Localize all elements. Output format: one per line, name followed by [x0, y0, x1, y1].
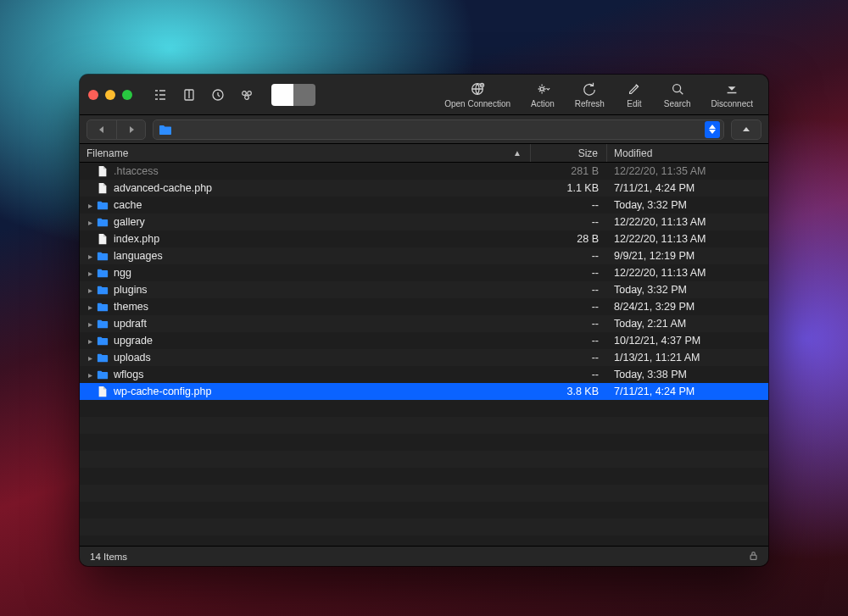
file-icon [95, 182, 110, 194]
table-row [80, 536, 768, 546]
disclosure-triangle-icon[interactable]: ▸ [85, 218, 95, 227]
file-name: advanced-cache.php [110, 182, 212, 194]
file-name: languages [110, 250, 163, 262]
table-row[interactable]: advanced-cache.php1.1 KB7/11/21, 4:24 PM [80, 180, 768, 197]
action-label: Action [531, 99, 555, 108]
file-icon [95, 386, 110, 397]
titlebar: Open Connection Action Refresh Edit Sear… [80, 75, 768, 115]
table-row[interactable]: .htaccess281 B12/22/20, 11:35 AM [80, 163, 768, 180]
svg-point-7 [540, 87, 544, 91]
refresh-button[interactable]: Refresh [568, 80, 611, 108]
table-row[interactable]: wp-cache-config.php3.8 KB7/11/21, 4:24 P… [80, 383, 768, 400]
quicklook-preview[interactable] [271, 84, 315, 106]
disclosure-triangle-icon[interactable]: ▸ [85, 286, 95, 295]
folder-icon [95, 335, 110, 347]
disclosure-triangle-icon[interactable]: ▸ [85, 302, 95, 312]
nav-back-button[interactable] [87, 120, 116, 139]
minimize-window-button[interactable] [105, 90, 115, 100]
lock-icon [749, 551, 758, 563]
file-modified: 1/13/21, 11:21 AM [607, 352, 768, 363]
disclosure-triangle-icon[interactable]: ▸ [85, 269, 95, 278]
navbar [80, 115, 768, 144]
disclosure-triangle-icon[interactable]: ▸ [85, 201, 95, 210]
disclosure-triangle-icon[interactable]: ▸ [85, 336, 95, 346]
table-row [80, 502, 768, 519]
file-size: -- [531, 352, 607, 363]
column-header-filename[interactable]: Filename ▲ [80, 144, 531, 162]
column-modified-label: Modified [614, 147, 652, 159]
file-list[interactable]: .htaccess281 B12/22/20, 11:35 AMadvanced… [80, 163, 768, 546]
table-row [80, 451, 768, 468]
column-header-modified[interactable]: Modified [607, 144, 768, 162]
history-view-icon[interactable] [205, 84, 231, 106]
file-size: 281 B [531, 165, 607, 177]
svg-point-4 [245, 95, 249, 99]
traffic-lights [88, 90, 132, 100]
outline-view-icon[interactable] [148, 84, 173, 106]
zoom-window-button[interactable] [122, 90, 132, 100]
nav-forward-button[interactable] [116, 120, 145, 139]
open-connection-button[interactable]: Open Connection [438, 80, 517, 108]
nav-back-forward [86, 119, 146, 140]
table-row[interactable]: ▸upgrade--10/12/21, 4:37 PM [80, 332, 768, 349]
file-name: plugins [110, 284, 148, 296]
table-row[interactable]: ▸wflogs--Today, 3:38 PM [80, 366, 768, 383]
file-name: upgrade [110, 335, 153, 347]
file-modified: Today, 3:32 PM [607, 284, 768, 296]
search-button[interactable]: Search [657, 80, 698, 108]
path-dropdown[interactable] [153, 119, 724, 140]
path-stepper-icon[interactable] [705, 121, 720, 138]
table-row [80, 417, 768, 434]
file-size: -- [531, 284, 607, 296]
folder-icon [95, 369, 110, 380]
close-window-button[interactable] [88, 90, 98, 100]
column-size-label: Size [578, 147, 598, 159]
table-row[interactable]: ▸updraft--Today, 2:21 AM [80, 315, 768, 332]
file-size: -- [531, 199, 607, 211]
file-modified: 12/22/20, 11:13 AM [607, 216, 768, 228]
bookmarks-view-icon[interactable] [176, 84, 202, 106]
file-modified: 9/9/21, 12:19 PM [607, 250, 768, 262]
folder-icon [95, 216, 110, 228]
disclosure-triangle-icon[interactable]: ▸ [85, 353, 95, 363]
bonjour-view-icon[interactable] [234, 84, 259, 106]
table-row[interactable]: ▸uploads--1/13/21, 11:21 AM [80, 349, 768, 366]
svg-point-8 [672, 85, 680, 92]
action-button[interactable]: Action [524, 80, 561, 108]
file-name: wflogs [110, 369, 143, 380]
file-size: -- [531, 301, 607, 313]
table-row[interactable]: index.php28 B12/22/20, 11:13 AM [80, 230, 768, 247]
svg-rect-9 [750, 555, 756, 559]
view-mode-segment [148, 84, 259, 106]
folder-icon [95, 301, 110, 313]
ftp-window: Open Connection Action Refresh Edit Sear… [80, 75, 768, 566]
table-row[interactable]: ▸cache--Today, 3:32 PM [80, 197, 768, 214]
file-size: -- [531, 250, 607, 262]
table-row[interactable]: ▸ngg--12/22/20, 11:13 AM [80, 264, 768, 281]
disclosure-triangle-icon[interactable]: ▸ [85, 370, 95, 380]
table-row[interactable]: ▸themes--8/24/21, 3:29 PM [80, 298, 768, 315]
file-modified: 12/22/20, 11:13 AM [607, 267, 768, 279]
go-up-button[interactable] [731, 119, 762, 140]
file-size: -- [531, 318, 607, 330]
file-size: 28 B [531, 233, 607, 245]
edit-button[interactable]: Edit [618, 80, 650, 108]
file-modified: 7/11/21, 4:24 PM [607, 386, 768, 397]
column-headers: Filename ▲ Size Modified [80, 144, 768, 163]
disclosure-triangle-icon[interactable]: ▸ [85, 252, 95, 261]
disclosure-triangle-icon[interactable]: ▸ [85, 319, 95, 329]
table-row[interactable]: ▸plugins--Today, 3:32 PM [80, 281, 768, 298]
file-name: ngg [110, 267, 131, 279]
file-name: themes [110, 301, 148, 313]
file-name: index.php [110, 233, 159, 245]
file-modified: Today, 2:21 AM [607, 318, 768, 330]
column-header-size[interactable]: Size [531, 144, 607, 162]
file-size: -- [531, 267, 607, 279]
file-name: uploads [110, 352, 151, 363]
table-row[interactable]: ▸gallery--12/22/20, 11:13 AM [80, 214, 768, 230]
disconnect-button[interactable]: Disconnect [705, 80, 760, 108]
file-size: -- [531, 369, 607, 380]
table-row[interactable]: ▸languages--9/9/21, 12:19 PM [80, 247, 768, 264]
table-row [80, 519, 768, 536]
folder-icon [95, 284, 110, 296]
